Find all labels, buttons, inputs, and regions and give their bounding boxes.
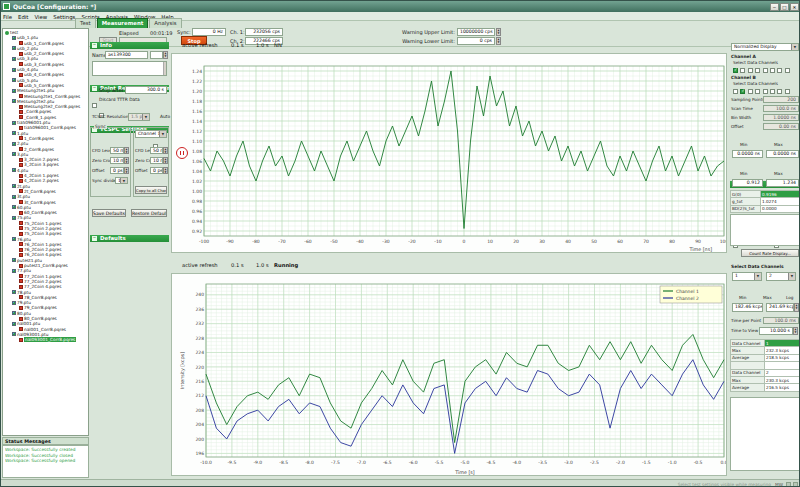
sync-zero-spinner[interactable]: ▲▼	[124, 157, 129, 164]
tab-test[interactable]: Test	[75, 18, 96, 28]
table-row[interactable]: g_tot1.0274	[731, 198, 800, 205]
input-b-channel-7-checkbox[interactable]	[777, 89, 782, 94]
menu-item-edit[interactable]: Edit	[18, 14, 28, 20]
menu-item-view[interactable]: View	[34, 14, 47, 20]
trace-channel-a-dropdown[interactable]: 1	[732, 272, 762, 281]
tab-measurement[interactable]: Measurement	[97, 18, 149, 28]
input-a-channel-2-checkbox[interactable]	[740, 68, 745, 73]
name-counter-spinner[interactable]: ▲▼	[163, 51, 168, 59]
input-a-channel-3-checkbox[interactable]	[748, 68, 753, 73]
ptu-icon	[12, 46, 16, 50]
defaults-header[interactable]: Defaults	[90, 235, 169, 242]
tree-item[interactable]: nal093001_Corr8.pqres	[4, 337, 88, 342]
sync-offset-field[interactable]: 0 ps	[110, 167, 124, 174]
timetrace-chart[interactable]: -10.0-9.5-9.0-8.5-8.0-7.5-7.0-6.5-6.0-5.…	[171, 273, 727, 476]
ch-offset-field[interactable]: 0 ps	[150, 167, 163, 174]
table-row[interactable]	[731, 362, 800, 369]
svg-text:232: 232	[195, 321, 204, 326]
yaxis1-min-field[interactable]: 0.912	[732, 179, 763, 187]
resolution-dropdown[interactable]: 1.5 ps	[128, 113, 150, 121]
input-b-channel-8-checkbox[interactable]	[785, 89, 790, 94]
input-b-channel-3-checkbox[interactable]	[748, 89, 753, 94]
table-row[interactable]: Average216.5 kcps	[731, 384, 800, 391]
table-row[interactable]: Data Channel2	[731, 369, 800, 376]
table-row[interactable]: Data Channel1	[731, 340, 800, 347]
close-button[interactable]: ✕	[790, 3, 799, 11]
layout-toggle-icon[interactable]	[793, 482, 798, 487]
display-mode-dropdown[interactable]: Normalized Display	[731, 43, 799, 51]
name-counter-field[interactable]	[150, 51, 163, 59]
trace-channel-b-dropdown[interactable]: 2	[766, 272, 796, 281]
input-a-channel-6-checkbox[interactable]	[770, 68, 775, 73]
channel-select-dropdown[interactable]: Channel 1	[135, 130, 167, 138]
correlation-chart[interactable]: -100-90-80-70-60-50-40-30-20-10010203040…	[171, 53, 727, 253]
warning-lower-field[interactable]: 0 cps	[457, 37, 495, 45]
svg-text:Channel 1: Channel 1	[676, 289, 699, 294]
input-a-channel-4-checkbox[interactable]	[755, 68, 760, 73]
sync-cfd-spinner[interactable]: ▲▼	[124, 147, 129, 154]
svg-text:204: 204	[195, 422, 204, 427]
ch-cfd-field[interactable]: 50 mV	[150, 147, 163, 154]
input-b-channel-2-checkbox[interactable]	[740, 89, 745, 94]
stop-after-field[interactable]: 300.0 s	[125, 86, 167, 94]
table-row[interactable]: BD(2)S_tot0.0000	[731, 205, 800, 212]
pqres-icon	[19, 338, 23, 342]
input-b-channel-6-checkbox[interactable]	[770, 89, 775, 94]
name-input[interactable]: as139300	[105, 51, 148, 59]
sync-zero-field[interactable]: 10 mV	[110, 157, 124, 164]
table-row[interactable]: Max230.3 kcps	[731, 376, 800, 383]
xaxis-min-field[interactable]: 0.0000 ns	[732, 150, 763, 158]
yaxis2-max-spinner[interactable]: ▲▼	[794, 303, 799, 312]
info-section-header[interactable]: Info	[90, 42, 169, 49]
sync-rate-field: 0 Hz	[192, 28, 226, 36]
input-b-channel-4-checkbox[interactable]	[755, 89, 760, 94]
comment-scrollbar[interactable]	[163, 62, 166, 75]
tab-analysis[interactable]: Analysis	[149, 18, 181, 28]
restore-defaults-button[interactable]: Restore Defaults	[131, 209, 167, 217]
ch-offset-spinner[interactable]: ▲▼	[163, 167, 168, 174]
warning-lower-spinner[interactable]: ▲▼	[496, 37, 501, 45]
yaxis2-max-field[interactable]: 241.69 kcps	[766, 303, 794, 312]
ch-cfd-spinner[interactable]: ▲▼	[163, 147, 168, 154]
resize-grip-icon	[786, 482, 791, 487]
svg-text:196: 196	[195, 451, 204, 456]
ptu-icon	[12, 99, 16, 103]
sync-offset-spinner[interactable]: ▲▼	[124, 167, 129, 174]
maximize-button[interactable]: □	[780, 3, 789, 11]
menu-item-file[interactable]: File	[3, 14, 12, 20]
stop-after-checkbox[interactable]	[92, 103, 97, 108]
svg-text:Time [s]: Time [s]	[454, 470, 475, 475]
app-icon	[3, 3, 10, 10]
comment-textarea[interactable]	[92, 61, 167, 76]
input-a-channel-5-checkbox[interactable]	[763, 68, 768, 73]
copy-to-all-channels-button[interactable]: Copy to all Channels	[135, 186, 167, 194]
svg-text:0.94: 0.94	[192, 219, 202, 224]
count-rate-display-button[interactable]: Count Rate Display...	[741, 249, 799, 257]
warning-upper-field[interactable]: 10000000 cps	[457, 28, 495, 36]
input-b-channel-5-checkbox[interactable]	[763, 89, 768, 94]
svg-text:100: 100	[720, 239, 727, 244]
minimize-button[interactable]: ─	[770, 3, 779, 11]
save-defaults-button[interactable]: Save Defaults	[92, 209, 126, 217]
input-a-channel-8-checkbox[interactable]	[785, 68, 790, 73]
sync-divider-dropdown[interactable]: 1	[115, 177, 128, 184]
pqres-icon	[19, 73, 23, 77]
ch-zero-spinner[interactable]: ▲▼	[163, 157, 168, 164]
yaxis2-min-field[interactable]: 182.46 kcps	[732, 303, 763, 312]
warning-upper-spinner[interactable]: ▲▼	[496, 28, 501, 36]
time-to-view-field[interactable]: 10.000 s	[759, 327, 793, 335]
time-to-view-spinner[interactable]: ▲▼	[793, 327, 798, 335]
table-row[interactable]: Average218.5 kcps	[731, 354, 800, 361]
xaxis-max-field[interactable]: 0.0000 ns	[766, 150, 799, 158]
input-b-channel-1-checkbox[interactable]	[733, 89, 738, 94]
input-a-channel-7-checkbox[interactable]	[777, 68, 782, 73]
ch-zero-field[interactable]: 10 mV	[150, 157, 163, 164]
trace-stats-table: Data Channel1Max232.3 kcpsAverage218.5 k…	[730, 339, 800, 392]
pqres-icon	[19, 115, 23, 119]
input-a-channel-1-checkbox[interactable]	[733, 68, 738, 73]
table-row[interactable]: Max232.3 kcps	[731, 347, 800, 354]
table-row[interactable]: G(0)0.9196	[731, 191, 800, 198]
menu-item-settings[interactable]: Settings	[53, 14, 75, 20]
sync-cfd-field[interactable]: 50 mV	[110, 147, 124, 154]
yaxis1-max-field[interactable]: 1.234	[766, 179, 799, 187]
